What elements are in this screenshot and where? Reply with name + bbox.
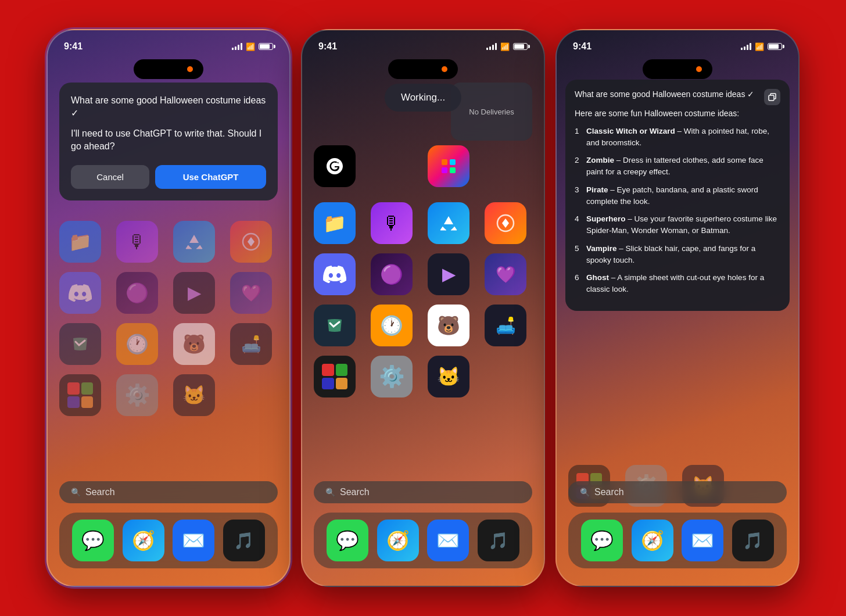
- item-bold: Ghost: [586, 273, 609, 282]
- app-icon-threads-2[interactable]: [314, 145, 356, 187]
- battery-icon-2: [513, 43, 528, 50]
- app-icon-podcasts-2[interactable]: 🎙: [371, 202, 413, 244]
- search-label-2: Search: [340, 487, 370, 497]
- dynamic-island-2: [388, 59, 458, 79]
- dynamic-island-3: [643, 59, 712, 79]
- use-chatgpt-button[interactable]: Use ChatGPT: [155, 165, 266, 189]
- dock-mail-2[interactable]: ✉️: [427, 520, 469, 561]
- phone-2: 9:41 📶: [301, 29, 545, 587]
- app-icon-shortcuts-1[interactable]: [230, 221, 272, 263]
- dock-2: 💬 🧭 ✉️ 🎵: [314, 513, 532, 568]
- search-icon-1: 🔍: [71, 488, 81, 497]
- app-icon-bezel-2[interactable]: 💜: [485, 253, 526, 295]
- dock-safari-3[interactable]: 🧭: [632, 520, 673, 561]
- app-icon-bear-2[interactable]: 🐻: [428, 305, 469, 346]
- dock-safari-2[interactable]: 🧭: [377, 520, 419, 561]
- app-container: 9:41 📶: [16, 17, 830, 599]
- wifi-icon-1: 📶: [246, 42, 255, 51]
- dock-area-3: 🔍 Search 💬 🧭 ✉️ 🎵: [557, 481, 798, 586]
- search-bar-1[interactable]: 🔍 Search: [59, 481, 278, 503]
- app-icon-slack-1[interactable]: 🟣: [116, 272, 158, 314]
- app-icon-empty-2: [485, 356, 526, 397]
- response-query: What are some good Halloween costume ide…: [575, 89, 780, 101]
- app-icon-discord-2[interactable]: [314, 253, 356, 295]
- app-icon-discord-1[interactable]: [59, 272, 101, 314]
- dock-safari-1[interactable]: 🧭: [123, 520, 164, 561]
- app-icon-mosaic-1[interactable]: [59, 374, 101, 416]
- list-item: 5 Vampire – Slick black hair, cape, and …: [575, 243, 780, 267]
- app-icon-keka-2[interactable]: 🛋️: [485, 305, 526, 346]
- dialog-query: What are some good Halloween costume ide…: [71, 94, 266, 120]
- dock-3: 💬 🧭 ✉️ 🎵: [568, 513, 787, 568]
- app-icon-bezel-1[interactable]: 💜: [230, 272, 272, 314]
- item-bold: Pirate: [586, 185, 608, 194]
- app-icon-appstore-2[interactable]: [428, 202, 469, 244]
- dialog-overlay: What are some good Halloween costume ide…: [59, 83, 278, 200]
- dock-music-1[interactable]: 🎵: [223, 520, 265, 561]
- app-icon-appstore-1[interactable]: [173, 221, 215, 263]
- dynamic-island-dot-1: [187, 66, 193, 72]
- list-item: 6 Ghost – A simple sheet with cut-out ey…: [575, 272, 780, 296]
- app-icon-prompt-1[interactable]: ▶: [173, 272, 215, 314]
- app-icon-slack-2[interactable]: 🟣: [371, 253, 413, 295]
- status-right-1: 📶: [232, 42, 273, 51]
- search-label-3: Search: [594, 487, 624, 497]
- status-time-1: 9:41: [64, 41, 83, 52]
- list-item: 4 Superhero – Use your favorite superher…: [575, 213, 780, 237]
- list-num: 1: [575, 126, 579, 137]
- copy-button[interactable]: [764, 89, 780, 105]
- app-grid-2: 📁 🎙 🟣 ▶ 💜: [302, 193, 544, 407]
- dock-mail-1[interactable]: ✉️: [173, 520, 214, 561]
- dock-music-3[interactable]: 🎵: [732, 520, 774, 561]
- dynamic-island-dot-3: [696, 66, 702, 72]
- search-icon-3: 🔍: [580, 488, 590, 497]
- list-num: 4: [575, 213, 579, 225]
- app-icon-shortcuts-2[interactable]: [485, 202, 526, 244]
- dialog-buttons: Cancel Use ChatGPT: [71, 165, 266, 189]
- wifi-icon-2: 📶: [500, 42, 510, 51]
- app-icon-mosaic-2[interactable]: [314, 356, 356, 397]
- status-right-2: 📶: [486, 42, 528, 51]
- app-icon-settings-2[interactable]: ⚙️: [371, 356, 413, 397]
- status-bar-2: 9:41 📶: [302, 30, 544, 59]
- list-item: 1 Classic Witch or Wizard – With a point…: [575, 126, 780, 149]
- app-icon-podcasts-1[interactable]: 🎙: [116, 221, 158, 263]
- dock-music-2[interactable]: 🎵: [478, 520, 519, 561]
- working-popup: Working...: [385, 84, 461, 112]
- app-icon-bear-1[interactable]: 🐻: [173, 323, 215, 365]
- response-panel: What are some good Halloween costume ide…: [565, 80, 790, 311]
- app-icon-prompt-2[interactable]: ▶: [428, 253, 469, 295]
- battery-icon-1: [259, 43, 273, 50]
- status-right-3: 📶: [741, 42, 782, 51]
- search-bar-2[interactable]: 🔍 Search: [314, 481, 532, 503]
- app-icon-files-1[interactable]: 📁: [59, 221, 101, 263]
- app-icon-todo-1[interactable]: [59, 323, 101, 365]
- response-list: 1 Classic Witch or Wizard – With a point…: [575, 126, 780, 296]
- app-icon-clock-2[interactable]: 🕐: [371, 305, 413, 346]
- list-num: 2: [575, 155, 579, 166]
- search-bar-3[interactable]: 🔍 Search: [568, 481, 787, 503]
- app-grid-1: 📁 🎙 🟣 ▶ 💜: [48, 212, 289, 425]
- svg-rect-4: [450, 167, 456, 173]
- app-icon-todo-2[interactable]: [314, 305, 356, 346]
- dock-messages-3[interactable]: 💬: [581, 520, 623, 561]
- app-icon-cat-1[interactable]: 🐱: [173, 374, 215, 416]
- status-time-3: 9:41: [573, 41, 592, 52]
- app-icon-settings-1[interactable]: ⚙️: [116, 374, 158, 416]
- battery-icon-3: [768, 43, 782, 50]
- app-icon-clock-1[interactable]: 🕐: [116, 323, 158, 365]
- svg-rect-2: [450, 159, 456, 165]
- app-icon-keka-1[interactable]: 🛋️: [230, 323, 272, 365]
- app-icon-cat-2[interactable]: 🐱: [428, 356, 469, 397]
- working-text: Working...: [401, 92, 445, 103]
- dock-messages-2[interactable]: 💬: [327, 520, 368, 561]
- app-icon-files-2[interactable]: 📁: [314, 202, 356, 244]
- cancel-button[interactable]: Cancel: [71, 165, 149, 189]
- dock-mail-3[interactable]: ✉️: [682, 520, 723, 561]
- dynamic-island-1: [134, 59, 203, 79]
- list-num: 6: [575, 272, 579, 284]
- dock-messages-1[interactable]: 💬: [72, 520, 114, 561]
- app-icon-widgetkit-2[interactable]: [428, 145, 469, 187]
- wifi-icon-3: 📶: [755, 42, 764, 51]
- dock-area-1: 🔍 Search 💬 🧭 ✉️ 🎵: [48, 481, 289, 586]
